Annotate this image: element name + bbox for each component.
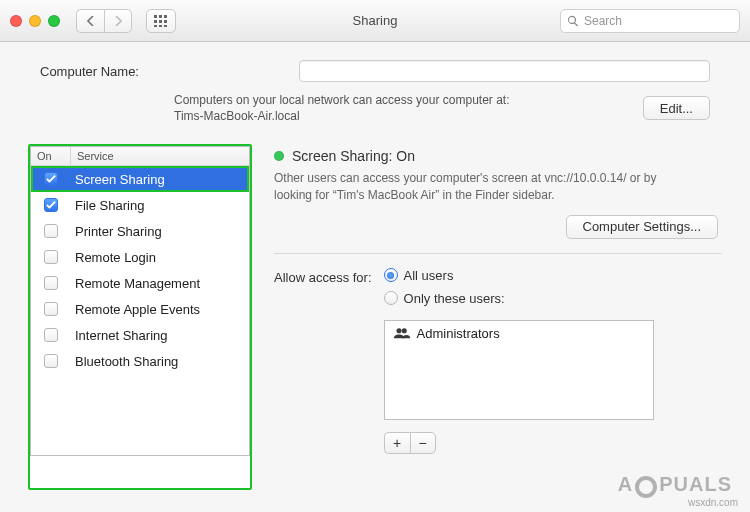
sharing-prefs-window: { "window": { "title": "Sharing" }, "too… (0, 0, 750, 512)
show-all-button[interactable] (146, 9, 176, 33)
service-list-header: On Service (31, 147, 249, 166)
checkbox-screen-sharing[interactable] (44, 172, 58, 186)
service-label: Remote Apple Events (71, 302, 249, 317)
computer-name-help: Computers on your local network can acce… (0, 92, 750, 138)
search-icon (567, 15, 579, 27)
help-line-2: Tims-MacBook-Air.local (174, 108, 509, 124)
service-row-remote-login[interactable]: Remote Login (31, 244, 249, 270)
service-label: Remote Management (71, 276, 249, 291)
service-detail: Screen Sharing: On Other users can acces… (274, 144, 722, 490)
checkbox-file-sharing[interactable] (44, 198, 58, 212)
nav-buttons (76, 9, 132, 33)
help-line-1: Computers on your local network can acce… (174, 92, 509, 108)
watermark-source: wsxdn.com (688, 497, 738, 508)
chevron-right-icon (114, 16, 122, 26)
close-icon[interactable] (10, 15, 22, 27)
service-label: Screen Sharing (71, 172, 249, 187)
service-label: Internet Sharing (71, 328, 249, 343)
add-user-button[interactable]: + (384, 432, 410, 454)
svg-rect-0 (154, 15, 157, 18)
service-row-screen-sharing[interactable]: Screen Sharing (31, 166, 249, 192)
service-row-printer-sharing[interactable]: Printer Sharing (31, 218, 249, 244)
svg-rect-3 (154, 20, 157, 23)
body: On Service Screen Sharing File Sharing P… (0, 138, 750, 512)
minimize-icon[interactable] (29, 15, 41, 27)
list-item[interactable]: Administrators (385, 321, 653, 346)
status-row: Screen Sharing: On (274, 148, 722, 164)
add-remove-buttons: + − (384, 432, 654, 454)
service-label: Remote Login (71, 250, 249, 265)
access-radio-group: All users Only these users: Administrato… (384, 268, 654, 454)
user-label: Administrators (417, 326, 500, 341)
col-on: On (31, 147, 71, 165)
service-row-remote-apple-events[interactable]: Remote Apple Events (31, 296, 249, 322)
radio-only-users[interactable]: Only these users: (384, 291, 654, 306)
checkbox-remote-management[interactable] (44, 276, 58, 290)
radio-icon (384, 291, 398, 305)
service-row-remote-management[interactable]: Remote Management (31, 270, 249, 296)
computer-name-input[interactable] (299, 60, 710, 82)
svg-rect-5 (164, 20, 167, 23)
svg-point-9 (396, 328, 401, 333)
service-row-internet-sharing[interactable]: Internet Sharing (31, 322, 249, 348)
svg-rect-1 (159, 15, 162, 18)
service-row-bluetooth-sharing[interactable]: Bluetooth Sharing (31, 348, 249, 374)
service-label: File Sharing (71, 198, 249, 213)
radio-icon (384, 268, 398, 282)
svg-rect-8 (164, 25, 167, 27)
status-dot-icon (274, 151, 284, 161)
computer-settings-button[interactable]: Computer Settings... (566, 215, 719, 239)
search-placeholder: Search (584, 14, 622, 28)
svg-point-10 (401, 328, 406, 333)
access-row: Allow access for: All users Only these u… (274, 268, 722, 454)
svg-rect-7 (159, 25, 162, 27)
checkbox-internet-sharing[interactable] (44, 328, 58, 342)
svg-rect-4 (159, 20, 162, 23)
titlebar: Sharing Search (0, 0, 750, 42)
radio-all-users[interactable]: All users (384, 268, 654, 283)
service-list: On Service Screen Sharing File Sharing P… (30, 146, 250, 456)
user-list[interactable]: Administrators (384, 320, 654, 420)
checkbox-remote-login[interactable] (44, 250, 58, 264)
svg-rect-2 (164, 15, 167, 18)
grid-icon (154, 15, 168, 27)
service-label: Bluetooth Sharing (71, 354, 249, 369)
col-service: Service (71, 147, 249, 165)
checkbox-remote-apple-events[interactable] (44, 302, 58, 316)
service-row-file-sharing[interactable]: File Sharing (31, 192, 249, 218)
group-icon (393, 327, 411, 339)
service-list-highlight-frame: On Service Screen Sharing File Sharing P… (28, 144, 252, 490)
edit-button[interactable]: Edit... (643, 96, 710, 120)
status-description: Other users can access your computer's s… (274, 170, 694, 202)
back-button[interactable] (76, 9, 104, 33)
divider (274, 253, 722, 254)
chevron-left-icon (87, 16, 95, 26)
svg-rect-6 (154, 25, 157, 27)
access-label: Allow access for: (274, 268, 372, 285)
computer-name-row: Computer Name: (0, 42, 750, 92)
radio-label: Only these users: (404, 291, 505, 306)
search-input[interactable]: Search (560, 9, 740, 33)
radio-label: All users (404, 268, 454, 283)
window-controls (10, 15, 60, 27)
computer-name-label: Computer Name: (40, 64, 139, 79)
maximize-icon[interactable] (48, 15, 60, 27)
checkbox-bluetooth-sharing[interactable] (44, 354, 58, 368)
remove-user-button[interactable]: − (410, 432, 436, 454)
computer-name-display (149, 61, 289, 81)
service-label: Printer Sharing (71, 224, 249, 239)
status-title: Screen Sharing: On (292, 148, 415, 164)
checkbox-printer-sharing[interactable] (44, 224, 58, 238)
forward-button[interactable] (104, 9, 132, 33)
